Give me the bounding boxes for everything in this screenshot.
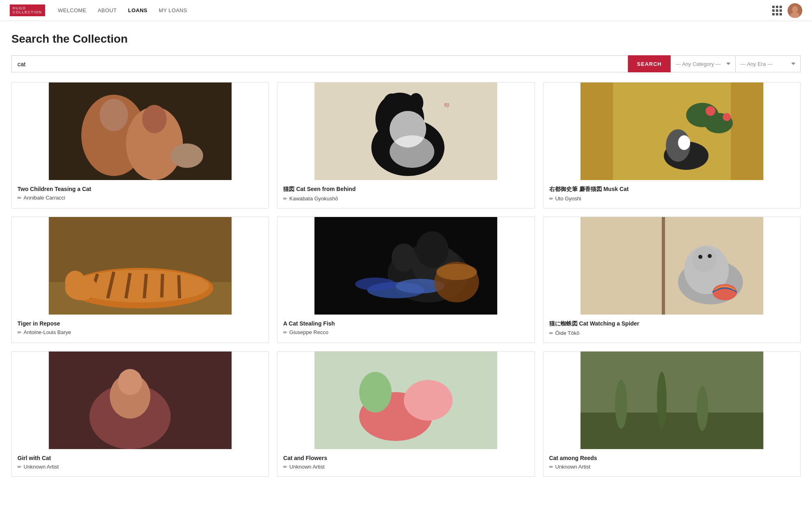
card-artist: ✏ Annibale Carracci xyxy=(17,195,263,201)
card-artist: ✏ Antoine-Louis Barye xyxy=(17,329,263,335)
svg-line-36 xyxy=(162,274,162,297)
card-artist: ✏ Giuseppe Recco xyxy=(283,329,528,335)
card-artist: ✏ Unknown Artist xyxy=(549,464,795,470)
svg-rect-67 xyxy=(580,412,763,449)
svg-point-48 xyxy=(416,231,448,268)
card-image xyxy=(12,352,269,449)
grid-icon[interactable] xyxy=(772,6,781,15)
svg-rect-9 xyxy=(49,82,232,180)
pencil-icon: ✏ xyxy=(283,330,287,335)
card-title: 右都御史筆 麝香猫図 Musk Cat xyxy=(549,186,795,193)
card-title: Two Children Teasing a Cat xyxy=(17,186,263,192)
card-image xyxy=(543,352,800,449)
card-artist: ✏ Unknown Artist xyxy=(17,464,263,470)
svg-rect-50 xyxy=(580,217,763,315)
card-image: 印 xyxy=(277,82,534,180)
svg-point-14 xyxy=(409,93,423,113)
artwork-card[interactable]: Cat and Flowers ✏ Unknown Artist xyxy=(277,351,535,477)
pencil-icon: ✏ xyxy=(283,464,287,470)
svg-point-55 xyxy=(698,255,702,259)
page-title: Search the Collection xyxy=(11,33,801,46)
nav-item-welcome[interactable]: WELCOME xyxy=(58,7,87,13)
pencil-icon: ✏ xyxy=(17,464,22,470)
svg-point-1 xyxy=(792,6,798,13)
artwork-card[interactable]: 猫に蜘蛛図 Cat Watching a Spider ✏ Ōide Tōkō xyxy=(543,217,801,343)
svg-line-37 xyxy=(179,275,180,298)
nav-item-loans[interactable]: LOANS xyxy=(128,7,147,13)
main-nav: WELCOMEABOUTLOANSMY LOANS xyxy=(58,7,772,13)
pencil-icon: ✏ xyxy=(283,196,287,202)
artwork-card[interactable]: A Cat Stealing Fish ✏ Giuseppe Recco xyxy=(277,217,535,343)
artwork-card[interactable]: Girl with Cat ✏ Unknown Artist xyxy=(11,351,269,477)
svg-point-64 xyxy=(404,380,453,421)
card-title: A Cat Stealing Fish xyxy=(283,320,528,327)
svg-point-39 xyxy=(65,271,85,293)
svg-point-47 xyxy=(436,264,477,280)
artwork-card[interactable]: 印 猫図 Cat Seen from Behind ✏ Kawabata Gyo… xyxy=(277,82,535,208)
search-button[interactable]: SEARCH xyxy=(628,55,671,72)
card-artist: ✏ Unknown Artist xyxy=(283,464,528,470)
card-title: Girl with Cat xyxy=(17,455,263,461)
svg-point-24 xyxy=(723,113,731,121)
search-bar: SEARCH --- Any Category --- --- Any Era … xyxy=(11,55,801,72)
card-title: 猫に蜘蛛図 Cat Watching a Spider xyxy=(549,320,795,328)
svg-rect-20 xyxy=(731,82,763,180)
logo[interactable]: HUGO COLLECTION xyxy=(10,4,45,17)
svg-point-68 xyxy=(615,380,627,429)
svg-rect-51 xyxy=(662,217,665,315)
card-image xyxy=(543,82,800,180)
svg-point-56 xyxy=(708,254,712,258)
avatar[interactable] xyxy=(788,3,802,18)
card-artist: ✏ Ōide Tōkō xyxy=(549,330,795,336)
svg-line-35 xyxy=(144,274,146,298)
svg-point-65 xyxy=(359,372,392,412)
artwork-card[interactable]: 右都御史筆 麝香猫図 Musk Cat ✏ Uto Gyoshi xyxy=(543,82,801,208)
era-select[interactable]: --- Any Era --- xyxy=(736,55,801,72)
header: HUGO COLLECTION WELCOMEABOUTLOANSMY LOAN… xyxy=(0,0,812,21)
artwork-grid: Two Children Teasing a Cat ✏ Annibale Ca… xyxy=(11,82,801,477)
card-title: Cat and Flowers xyxy=(283,455,528,461)
svg-point-27 xyxy=(678,135,690,150)
pencil-icon: ✏ xyxy=(17,330,22,335)
card-image xyxy=(12,217,269,315)
artwork-card[interactable]: Tiger in Repose ✏ Antoine-Louis Barye xyxy=(11,217,269,343)
logo-line2: COLLECTION xyxy=(13,11,42,15)
svg-rect-19 xyxy=(580,82,613,180)
card-artist: ✏ Uto Gyoshi xyxy=(549,195,795,202)
header-right xyxy=(772,3,802,18)
artwork-card[interactable]: Two Children Teasing a Cat ✏ Annibale Ca… xyxy=(11,82,269,208)
card-title: 猫図 Cat Seen from Behind xyxy=(283,186,528,193)
pencil-icon: ✏ xyxy=(549,196,553,202)
search-input[interactable] xyxy=(11,55,628,72)
pencil-icon: ✏ xyxy=(549,464,553,470)
category-select[interactable]: --- Any Category --- xyxy=(671,55,736,72)
svg-point-70 xyxy=(697,386,708,431)
card-image xyxy=(543,217,800,315)
svg-point-54 xyxy=(692,247,717,273)
nav-item-my-loans[interactable]: MY LOANS xyxy=(159,7,187,13)
svg-point-69 xyxy=(657,372,667,429)
pencil-icon: ✏ xyxy=(17,195,22,201)
nav-item-about[interactable]: ABOUT xyxy=(98,7,117,13)
svg-point-49 xyxy=(392,243,416,272)
svg-point-13 xyxy=(383,93,401,116)
svg-point-61 xyxy=(118,369,142,395)
card-image xyxy=(277,352,534,449)
svg-point-16 xyxy=(390,135,434,168)
pencil-icon: ✏ xyxy=(549,330,553,336)
svg-point-45 xyxy=(355,278,396,291)
card-image xyxy=(277,217,534,315)
card-title: Tiger in Repose xyxy=(17,320,263,327)
card-artist: ✏ Kawabata Gyokushō xyxy=(283,195,528,202)
artwork-card[interactable]: Cat among Reeds ✏ Unknown Artist xyxy=(543,351,801,477)
card-title: Cat among Reeds xyxy=(549,455,795,461)
card-image xyxy=(12,82,269,180)
svg-point-23 xyxy=(706,106,715,116)
svg-text:印: 印 xyxy=(444,102,449,108)
